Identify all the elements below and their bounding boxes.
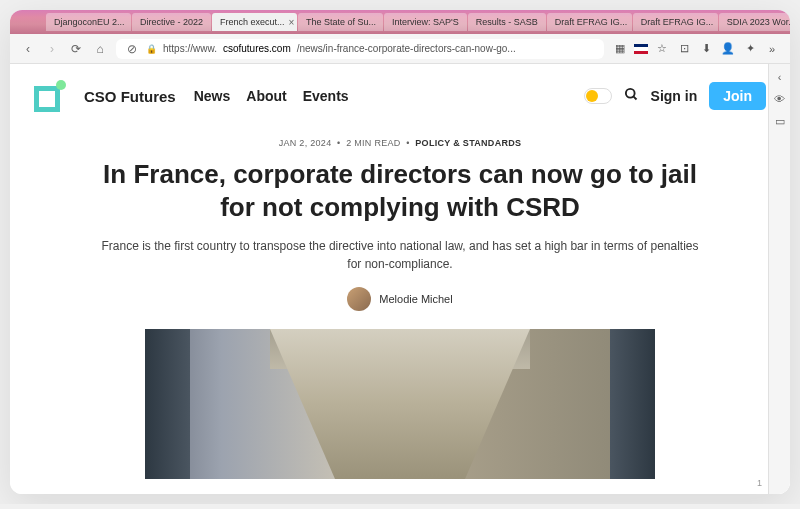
- search-icon[interactable]: [624, 87, 639, 105]
- brand-name[interactable]: CSO Futures: [84, 88, 176, 105]
- back-button[interactable]: ‹: [20, 41, 36, 57]
- tab-strip: DjangoconEU 2... Directive - 2022 French…: [46, 10, 790, 34]
- article: JAN 2, 2024 • 2 MIN READ • POLICY & STAN…: [10, 128, 790, 479]
- author-block[interactable]: Melodie Michel: [100, 287, 700, 311]
- save-icon[interactable]: ⊡: [676, 41, 692, 57]
- titlebar: DjangoconEU 2... Directive - 2022 French…: [10, 10, 790, 34]
- address-toolbar: ‹ › ⟳ ⌂ ⊘ 🔒 https://www.csofutures.com/n…: [10, 34, 790, 64]
- tab-sdia[interactable]: SDIA 2023 Wor...: [719, 13, 790, 31]
- bookmark-icon[interactable]: ☆: [654, 41, 670, 57]
- tab-results-sasb[interactable]: Results - SASB: [468, 13, 546, 31]
- author-name: Melodie Michel: [379, 293, 452, 305]
- shield-icon: ⊘: [124, 41, 140, 57]
- extensions-icon[interactable]: ✦: [742, 41, 758, 57]
- site-header: CSO Futures News About Events Sign in Jo…: [10, 64, 790, 128]
- note-icon[interactable]: ▭: [773, 114, 787, 128]
- toolbar-right: ▦ ☆ ⊡ ⬇ 👤 ✦ »: [612, 41, 780, 57]
- chevron-left-icon[interactable]: ‹: [773, 70, 787, 84]
- download-icon[interactable]: ⬇: [698, 41, 714, 57]
- header-right: Sign in Join: [584, 82, 766, 110]
- tab-state-of[interactable]: The State of Su...: [298, 13, 383, 31]
- nav-events[interactable]: Events: [303, 88, 349, 104]
- side-panel: ‹ 👁 ▭: [768, 64, 790, 494]
- sign-in-link[interactable]: Sign in: [651, 88, 698, 104]
- article-subtitle: France is the first country to transpose…: [100, 237, 700, 273]
- article-date: JAN 2, 2024: [279, 138, 332, 148]
- article-readtime: 2 MIN READ: [346, 138, 401, 148]
- url-domain: csofutures.com: [223, 43, 291, 54]
- nav-about[interactable]: About: [246, 88, 286, 104]
- uk-flag-icon[interactable]: [634, 44, 648, 54]
- join-button[interactable]: Join: [709, 82, 766, 110]
- close-tab-icon[interactable]: ×: [289, 17, 295, 28]
- hero-image: [145, 329, 655, 479]
- tab-french-exec[interactable]: French execut...×: [212, 13, 297, 31]
- forward-button[interactable]: ›: [44, 41, 60, 57]
- grid-icon[interactable]: ▦: [612, 41, 628, 57]
- url-prefix: https://www.: [163, 43, 217, 54]
- url-bar[interactable]: ⊘ 🔒 https://www.csofutures.com/news/in-f…: [116, 39, 604, 59]
- svg-point-0: [625, 89, 634, 98]
- tab-draft-efrag-2[interactable]: Draft EFRAG IG...: [633, 13, 718, 31]
- browser-window: DjangoconEU 2... Directive - 2022 French…: [10, 10, 790, 494]
- svg-line-1: [633, 96, 636, 99]
- home-button[interactable]: ⌂: [92, 41, 108, 57]
- tab-interview[interactable]: Interview: SAP'S: [384, 13, 467, 31]
- lock-icon: 🔒: [146, 44, 157, 54]
- article-meta: JAN 2, 2024 • 2 MIN READ • POLICY & STAN…: [100, 138, 700, 148]
- tab-directive[interactable]: Directive - 2022: [132, 13, 211, 31]
- nav-news[interactable]: News: [194, 88, 231, 104]
- account-icon[interactable]: 👤: [720, 41, 736, 57]
- tab-draft-efrag-1[interactable]: Draft EFRAG IG...: [547, 13, 632, 31]
- author-avatar: [347, 287, 371, 311]
- reload-button[interactable]: ⟳: [68, 41, 84, 57]
- tab-djangocon[interactable]: DjangoconEU 2...: [46, 13, 131, 31]
- article-title: In France, corporate directors can now g…: [100, 158, 700, 223]
- logo[interactable]: [34, 80, 66, 112]
- main-nav: News About Events: [194, 88, 349, 104]
- theme-toggle[interactable]: [584, 88, 612, 104]
- article-category[interactable]: POLICY & STANDARDS: [415, 138, 521, 148]
- overflow-menu-button[interactable]: »: [764, 41, 780, 57]
- page-content: ‹ 👁 ▭ CSO Futures News About Events Sign…: [10, 64, 790, 494]
- page-number: 1: [757, 478, 762, 488]
- eye-icon[interactable]: 👁: [773, 92, 787, 106]
- url-path: /news/in-france-corporate-directors-can-…: [297, 43, 516, 54]
